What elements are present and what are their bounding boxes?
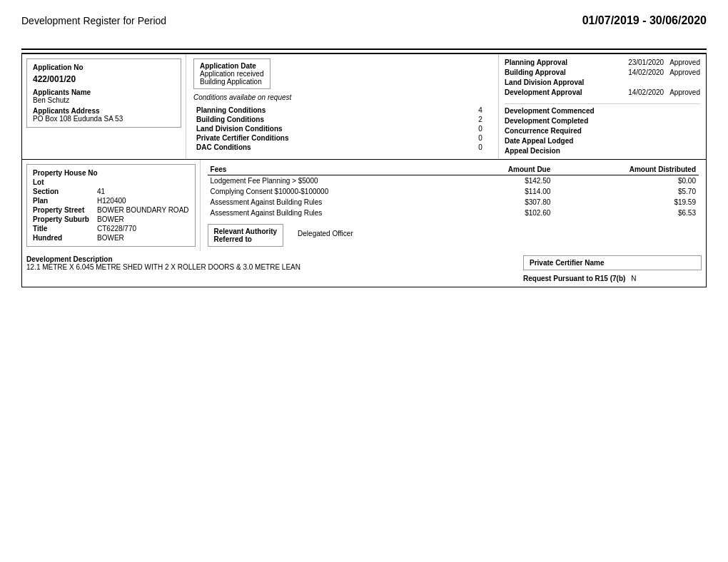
suburb-value: BOWER <box>97 215 124 223</box>
suburb-label: Property Suburb <box>33 215 97 223</box>
conditions-row-land: Land Division Conditions 0 <box>193 124 491 133</box>
fees-amount-distributed: $0.00 <box>553 175 699 187</box>
fees-amount-distributed: $19.59 <box>553 197 699 208</box>
land-approval-label: Land Division Approval <box>505 78 694 86</box>
property-section-row: Section 41 <box>33 188 189 195</box>
development-approval-status: Approved <box>669 88 700 96</box>
plan-value: H120400 <box>97 197 126 205</box>
title-label: Title <box>33 225 97 233</box>
land-conditions-label: Land Division Conditions <box>193 124 470 133</box>
house-no-label: Property House No <box>33 169 98 177</box>
relevant-authority-value: Delegated Officer <box>298 230 353 237</box>
request-value: N <box>631 275 636 282</box>
property-section: Property House No Lot Section 41 Plan H1… <box>22 160 201 251</box>
conditions-note: Conditions availabe on request <box>193 93 491 101</box>
dac-conditions-value: 0 <box>470 143 491 152</box>
fees-amount-due: $307.80 <box>457 197 554 208</box>
request-label: Request Pursuant to R15 (7(b) <box>523 275 625 282</box>
application-info-box: Application No 422/001/20 Applicants Nam… <box>26 58 181 128</box>
property-plan-row: Plan H120400 <box>33 197 189 205</box>
middle-section: Application Date Application received Bu… <box>186 54 499 159</box>
header-divider <box>21 48 707 50</box>
dac-conditions-label: DAC Conditions <box>193 143 470 152</box>
app-date-box: Application Date Application received Bu… <box>193 58 271 89</box>
main-content-box: Application No 422/001/20 Applicants Nam… <box>21 53 707 287</box>
conditions-row-dac: DAC Conditions 0 <box>193 143 491 152</box>
planning-approval-date: 23/01/2020 <box>628 58 664 66</box>
property-suburb-row: Property Suburb BOWER <box>33 215 189 223</box>
land-approval-row: Land Division Approval <box>505 78 700 86</box>
certifier-name-box: Private Certifier Name <box>523 255 702 270</box>
applicants-address-value: PO Box 108 Eudunda SA 53 <box>33 115 175 123</box>
planning-approval-status: Approved <box>669 58 700 66</box>
fees-section: Fees Amount Due Amount Distributed Lodge… <box>201 160 706 251</box>
concurrence-label: Concurrence Required <box>505 127 700 135</box>
development-approval-label: Development Approval <box>505 88 628 96</box>
app-no-value: 422/001/20 <box>33 74 175 84</box>
section-value: 41 <box>97 188 105 195</box>
development-approval-row: Development Approval 14/02/2020 Approved <box>505 88 700 96</box>
certifier-name-label: Private Certifier Name <box>530 259 605 267</box>
appeal-decision-label: Appeal Decision <box>505 147 700 155</box>
fees-amount-due: $102.60 <box>457 208 554 218</box>
relevant-authority-box: Relevant Authority Referred to <box>208 224 284 247</box>
property-lot-row: Lot <box>33 178 189 186</box>
street-value: BOWER BOUNDARY ROAD <box>97 206 189 214</box>
building-approval-label: Building Approval <box>505 68 628 76</box>
fees-row: Complying Consent $10000-$100000 $114.00… <box>208 186 699 197</box>
relevant-authority-label: Relevant Authority <box>214 228 278 235</box>
planning-approval-label: Planning Approval <box>505 58 628 66</box>
dev-description-section: Development Description 12.1 METRE X 6.0… <box>26 255 523 282</box>
conditions-row-private: Private Certifier Conditions 0 <box>193 133 491 143</box>
fees-row: Assessment Against Building Rules $307.8… <box>208 197 699 208</box>
street-label: Property Street <box>33 206 97 214</box>
conditions-table: Planning Conditions 4 Building Condition… <box>193 106 491 152</box>
page-period: 01/07/2019 - 30/06/2020 <box>582 14 707 27</box>
fees-amount-distributed: $6.53 <box>553 208 699 218</box>
section-label: Section <box>33 188 97 195</box>
property-street-row: Property Street BOWER BOUNDARY ROAD <box>33 206 189 214</box>
dev-commenced-label: Development Commenced <box>505 107 700 115</box>
second-row: Property House No Lot Section 41 Plan H1… <box>22 159 706 251</box>
building-approval-date: 14/02/2020 <box>628 68 664 76</box>
property-box: Property House No Lot Section 41 Plan H1… <box>26 164 196 247</box>
appeal-label: Date Appeal Lodged <box>505 137 700 145</box>
property-hundred-row: Hundred BOWER <box>33 234 189 242</box>
building-approval-status: Approved <box>669 68 700 76</box>
plan-label: Plan <box>33 197 97 205</box>
fees-desc: Assessment Against Building Rules <box>208 197 457 208</box>
conditions-row-building: Building Conditions 2 <box>193 115 491 124</box>
planning-approval-row: Planning Approval 23/01/2020 Approved <box>505 58 700 66</box>
title-value: CT6228/770 <box>97 225 136 233</box>
private-conditions-value: 0 <box>470 133 491 143</box>
land-conditions-value: 0 <box>470 124 491 133</box>
fees-amount-distributed: $5.70 <box>553 186 699 197</box>
fees-title: Fees <box>208 164 457 175</box>
fees-row: Assessment Against Building Rules $102.6… <box>208 208 699 218</box>
app-date-label: Application Date <box>200 62 264 70</box>
conditions-row-planning: Planning Conditions 4 <box>193 106 491 115</box>
hundred-value: BOWER <box>97 234 124 242</box>
fees-desc: Lodgement Fee Planning > $5000 <box>208 175 457 187</box>
bottom-row: Development Description 12.1 METRE X 6.0… <box>22 251 706 287</box>
request-row: Request Pursuant to R15 (7(b) N <box>523 275 702 282</box>
private-conditions-label: Private Certifier Conditions <box>193 133 470 143</box>
building-conditions-value: 2 <box>470 115 491 124</box>
fees-amount-due: $114.00 <box>457 186 554 197</box>
page-header: Development Register for Period 01/07/20… <box>21 14 707 34</box>
planning-conditions-label: Planning Conditions <box>193 106 470 115</box>
conditions-right-block: Development Commenced Development Comple… <box>505 103 700 155</box>
dev-completed-label: Development Completed <box>505 117 700 125</box>
page-title: Development Register for Period <box>21 15 166 26</box>
amount-distributed-header: Amount Distributed <box>553 164 699 175</box>
certifier-section: Private Certifier Name Request Pursuant … <box>523 255 702 282</box>
referred-to-label: Referred to <box>214 235 278 243</box>
development-approval-date: 14/02/2020 <box>628 88 664 96</box>
application-info-section: Application No 422/001/20 Applicants Nam… <box>22 54 186 159</box>
amount-due-header: Amount Due <box>457 164 554 175</box>
app-no-label: Application No <box>33 63 175 71</box>
fees-row: Lodgement Fee Planning > $5000 $142.50 $… <box>208 175 699 187</box>
building-conditions-label: Building Conditions <box>193 115 470 124</box>
approvals-section: Planning Approval 23/01/2020 Approved Bu… <box>499 54 706 159</box>
applicants-address-label: Applicants Address <box>33 107 175 115</box>
